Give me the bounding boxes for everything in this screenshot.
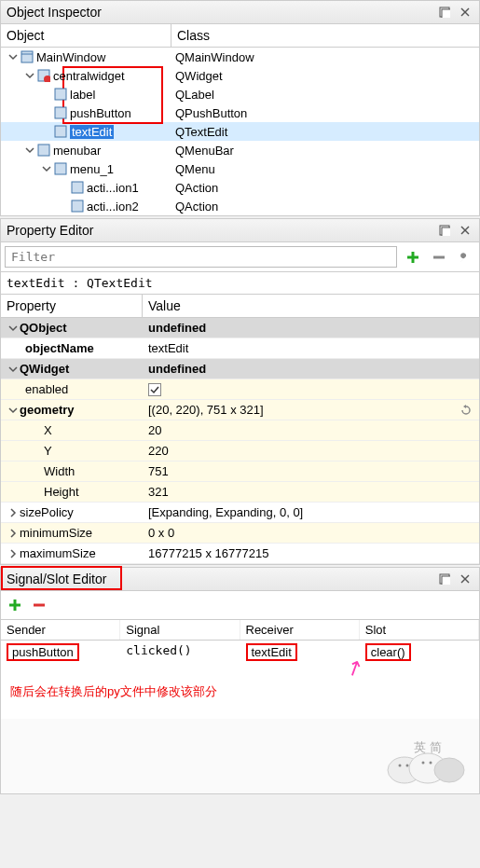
property-value-cell[interactable]: 751 — [143, 464, 479, 478]
property-name: QObject — [1, 321, 143, 335]
expand-arrow-icon[interactable] — [23, 71, 36, 80]
tree-row[interactable]: acti...ion1 QAction — [1, 178, 479, 197]
column-signal[interactable]: Signal — [120, 620, 240, 640]
column-object[interactable]: Object — [1, 24, 171, 47]
close-icon[interactable] — [457, 571, 473, 587]
property-row[interactable]: sizePolicy [Expanding, Expanding, 0, 0] — [1, 503, 479, 523]
annotation-text: ↗ 随后会在转换后的py文件中修改该部分 — [1, 664, 479, 719]
property-value-cell[interactable]: undefined — [143, 362, 479, 376]
property-value-cell[interactable]: 220 — [143, 444, 479, 458]
svg-rect-11 — [38, 145, 49, 156]
widget-icon — [53, 161, 68, 176]
cell-signal[interactable]: clicked() — [120, 641, 240, 664]
connection-row[interactable]: pushButton clicked() textEdit clear() — [1, 641, 479, 664]
property-value-cell[interactable]: 16777215 x 16777215 — [143, 546, 479, 560]
property-value-cell[interactable]: undefined — [143, 321, 479, 335]
cell-slot[interactable]: clear() — [360, 641, 479, 664]
cell-sender[interactable]: pushButton — [1, 641, 120, 664]
property-name: Width — [1, 464, 143, 478]
property-row[interactable]: objectName textEdit — [1, 338, 479, 359]
svg-rect-4 — [21, 51, 33, 62]
property-row[interactable]: Y 220 — [1, 441, 479, 462]
svg-point-31 — [434, 758, 464, 782]
svg-point-35 — [430, 762, 432, 765]
svg-rect-9 — [55, 107, 66, 118]
object-name-label: menubar — [53, 144, 101, 158]
expand-arrow-icon[interactable] — [40, 164, 53, 173]
tree-row[interactable]: centralwidget QWidget — [1, 66, 479, 85]
reset-icon[interactable] — [459, 403, 473, 418]
property-value-cell[interactable]: 20 — [143, 423, 479, 437]
property-row[interactable]: X 20 — [1, 420, 479, 441]
close-icon[interactable] — [457, 222, 473, 239]
tree-row[interactable]: textEdit QTextEdit — [1, 122, 479, 141]
expand-arrow-icon[interactable] — [7, 549, 20, 558]
tree-row[interactable]: label QLabel — [1, 85, 479, 103]
remove-connection-icon[interactable] — [29, 595, 49, 615]
add-property-icon[interactable] — [403, 247, 423, 268]
property-name: geometry — [1, 403, 143, 417]
svg-point-34 — [422, 762, 425, 765]
expand-arrow-icon[interactable] — [7, 365, 20, 374]
dock-icon[interactable] — [436, 571, 453, 587]
tree-row[interactable]: MainWindow QMainWindow — [1, 48, 479, 66]
svg-rect-16 — [442, 227, 450, 236]
expand-arrow-icon[interactable] — [7, 52, 20, 62]
dock-icon[interactable] — [436, 4, 453, 21]
property-row[interactable]: Height 321 — [1, 482, 479, 503]
highlight-box-slot: clear() — [365, 643, 411, 661]
column-slot[interactable]: Slot — [360, 620, 479, 640]
expand-arrow-icon[interactable] — [7, 406, 20, 415]
add-connection-icon[interactable] — [5, 595, 25, 615]
property-value-cell[interactable]: [(20, 220), 751 x 321] — [143, 403, 479, 418]
property-row[interactable]: geometry [(20, 220), 751 x 321] — [1, 400, 479, 420]
property-row[interactable]: enabled — [1, 379, 479, 400]
filter-input[interactable] — [5, 246, 397, 268]
remove-property-icon[interactable] — [429, 247, 449, 268]
signal-slot-panel: Signal/Slot Editor Sender Signal Receive… — [0, 567, 480, 794]
expand-arrow-icon[interactable] — [7, 508, 20, 517]
expand-arrow-icon[interactable] — [7, 529, 20, 538]
property-value: 751 — [148, 464, 169, 478]
property-value-cell[interactable]: 0 x 0 — [143, 526, 479, 540]
property-value: 20 — [148, 423, 161, 437]
expand-arrow-icon[interactable] — [7, 324, 20, 333]
property-value: 0 x 0 — [148, 526, 174, 540]
property-value-cell[interactable]: 321 — [143, 485, 479, 499]
column-property[interactable]: Property — [1, 295, 143, 317]
property-value-cell[interactable] — [143, 383, 479, 396]
widget-icon — [36, 68, 51, 83]
object-name-label: menu_1 — [70, 162, 114, 176]
column-sender[interactable]: Sender — [1, 620, 120, 640]
property-row[interactable]: maximumSize 16777215 x 16777215 — [1, 544, 479, 564]
object-tree[interactable]: MainWindow QMainWindow centralwidget QWi… — [1, 48, 479, 215]
class-name-label: QMainWindow — [171, 50, 479, 64]
signal-slot-columns: Sender Signal Receiver Slot — [1, 620, 479, 641]
property-group[interactable]: QWidget undefined — [1, 359, 479, 379]
wrench-icon[interactable] — [455, 247, 475, 268]
property-row[interactable]: minimumSize 0 x 0 — [1, 523, 479, 544]
signal-slot-toolbar — [1, 591, 479, 620]
tree-row[interactable]: menu_1 QMenu — [1, 159, 479, 178]
tree-row[interactable]: acti...ion2 QAction — [1, 197, 479, 215]
svg-rect-10 — [55, 126, 66, 137]
property-table[interactable]: QObject undefinedobjectName textEditQWid… — [1, 318, 479, 564]
expand-arrow-icon[interactable] — [23, 145, 36, 155]
close-icon[interactable] — [457, 4, 473, 21]
property-name: QWidget — [1, 362, 143, 376]
column-receiver[interactable]: Receiver — [240, 620, 360, 640]
dock-icon[interactable] — [436, 222, 453, 239]
column-class[interactable]: Class — [171, 24, 479, 47]
property-value-cell[interactable]: textEdit — [143, 341, 479, 355]
property-value-cell[interactable]: [Expanding, Expanding, 0, 0] — [143, 505, 479, 519]
svg-rect-13 — [72, 182, 83, 193]
tree-row[interactable]: pushButton QPushButton — [1, 103, 479, 122]
property-group[interactable]: QObject undefined — [1, 318, 479, 338]
signal-slot-title: Signal/Slot Editor — [7, 572, 432, 586]
checkbox[interactable] — [148, 383, 161, 396]
class-name-label: QMenuBar — [171, 144, 479, 158]
tree-row[interactable]: menubar QMenuBar — [1, 141, 479, 159]
column-value[interactable]: Value — [143, 295, 479, 317]
property-row[interactable]: Width 751 — [1, 462, 479, 482]
svg-rect-8 — [55, 89, 66, 100]
